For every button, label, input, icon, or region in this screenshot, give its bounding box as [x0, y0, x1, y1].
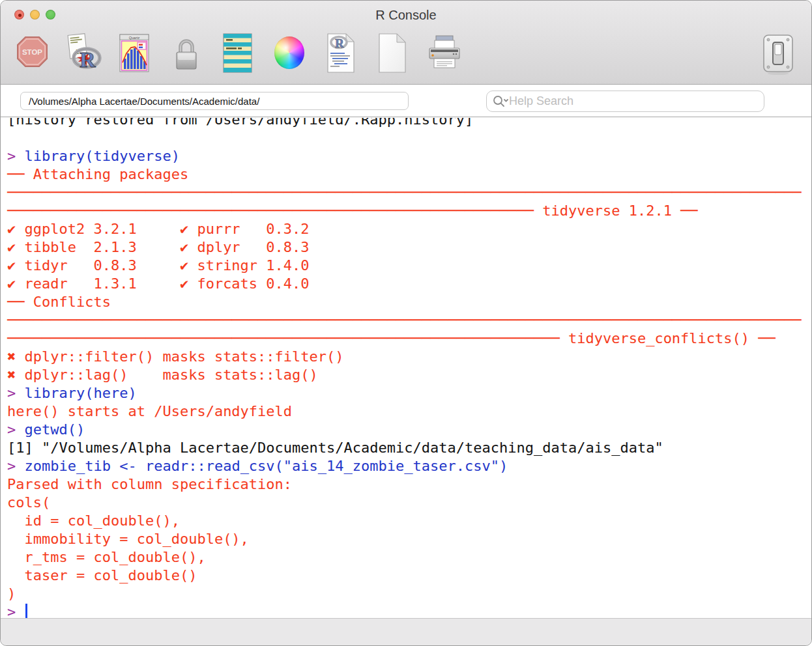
- console-text-segment: getwd(): [25, 421, 85, 438]
- console-text-segment: ✖ dplyr::filter() masks stats::filter(): [7, 348, 344, 365]
- text-cursor: [25, 604, 27, 619]
- window-header: R Console STOP .r: [1, 1, 811, 85]
- console-line: > library(tidyverse): [7, 147, 811, 165]
- console-line: [7, 129, 811, 147]
- console-text-segment: ────────────────────────────────────────…: [7, 330, 776, 346]
- console-line: r_tms = col_double(),: [7, 548, 811, 567]
- striped-document-icon: [222, 33, 254, 74]
- console-text-segment: r_tms = col_double(),: [7, 549, 206, 565]
- console-text-segment: Parsed with column specification:: [7, 476, 292, 492]
- console-line: id = col_double(),: [7, 512, 811, 530]
- console-line: >: [7, 603, 811, 619]
- console-text-segment: ────────────────────────────────────────…: [7, 312, 802, 328]
- console-line: ): [7, 585, 811, 603]
- console-line: taser = col_double(): [7, 567, 811, 585]
- colors-button[interactable]: [271, 33, 308, 77]
- quartz-plot-icon: Quartz: [119, 33, 151, 74]
- console-text-segment: [1] "/Volumes/Alpha Lacertae/Documents/A…: [7, 440, 663, 456]
- console-text-segment: immobility = col_double(),: [7, 531, 249, 547]
- console-text-segment: library(tidyverse): [25, 148, 180, 164]
- stop-icon: STOP: [14, 33, 50, 73]
- console-line: Parsed with column specification:: [7, 475, 811, 494]
- search-icon[interactable]: [492, 94, 509, 109]
- console-line: ✔ readr 1.3.1 ✔ forcats 0.4.0: [7, 275, 811, 293]
- console[interactable]: [history restored from /Users/andyfield/…: [1, 118, 811, 619]
- console-line: > zombie_tib <- readr::read_csv("ais_14_…: [7, 457, 811, 475]
- status-bar: [1, 618, 811, 645]
- window-title: R Console: [1, 8, 811, 23]
- r-source-document-icon: .r R: [65, 33, 102, 74]
- lock-icon: [170, 33, 203, 73]
- console-line: cols(: [7, 494, 811, 512]
- search-input[interactable]: [509, 94, 759, 108]
- console-line: here() starts at /Users/andyfield: [7, 402, 811, 421]
- r-document-button[interactable]: R: [323, 33, 359, 77]
- color-wheel-icon: [274, 36, 304, 69]
- stop-button[interactable]: STOP: [14, 33, 50, 77]
- chevron-down-icon: [504, 100, 508, 102]
- console-line: [history restored from /Users/andyfield/…: [7, 118, 811, 129]
- svg-text:R: R: [80, 48, 96, 72]
- quartz-window-button[interactable]: Quartz: [117, 33, 153, 77]
- console-text-segment: >: [7, 148, 25, 164]
- help-search-field[interactable]: [486, 91, 764, 112]
- new-document-icon: [377, 33, 408, 74]
- console-text-segment: ── Attaching packages: [7, 166, 188, 182]
- console-line: ✔ ggplot2 3.2.1 ✔ purrr 0.3.2: [7, 220, 811, 238]
- console-output: [history restored from /Users/andyfield/…: [1, 118, 811, 619]
- console-text-segment: ✔ ggplot2 3.2.1 ✔ purrr 0.3.2: [7, 221, 310, 237]
- console-toggle-icon: [762, 33, 794, 76]
- console-line: > library(here): [7, 384, 811, 402]
- console-line: ── Attaching packages: [7, 165, 811, 184]
- working-directory-field[interactable]: [20, 92, 409, 110]
- striped-document-button[interactable]: [220, 33, 256, 77]
- print-button[interactable]: [426, 33, 462, 77]
- console-text-segment: ✖ dplyr::lag() masks stats::lag(): [7, 367, 318, 383]
- console-line: ✖ dplyr::lag() masks stats::lag(): [7, 366, 811, 384]
- console-text-segment: >: [7, 421, 25, 438]
- console-text-segment: >: [7, 604, 25, 619]
- lock-button[interactable]: [168, 33, 205, 77]
- console-text-segment: ✔ readr 1.3.1 ✔ forcats 0.4.0: [7, 275, 310, 292]
- console-text-segment: ✔ tibble 2.1.3 ✔ dplyr 0.8.3: [7, 239, 310, 255]
- svg-text:R: R: [335, 36, 344, 50]
- console-toggle-button[interactable]: [762, 33, 794, 78]
- console-text-segment: ────────────────────────────────────────…: [7, 184, 802, 201]
- console-line: [1] "/Volumes/Alpha Lacertae/Documents/A…: [7, 439, 811, 457]
- r-document-icon: R: [325, 33, 356, 74]
- console-text-segment: [history restored from /Users/andyfield/…: [7, 118, 473, 128]
- console-line: ✔ tibble 2.1.3 ✔ dplyr 0.8.3: [7, 238, 811, 257]
- console-text-segment: ────────────────────────────────────────…: [7, 203, 698, 219]
- titlebar[interactable]: R Console: [1, 1, 811, 30]
- console-text-segment: library(here): [25, 385, 137, 401]
- console-line: ────────────────────────────────────────…: [7, 311, 811, 330]
- field-band: [1, 85, 811, 117]
- print-icon: [426, 33, 462, 74]
- console-text-segment: cols(: [7, 494, 50, 511]
- console-text-segment: ): [7, 585, 16, 602]
- console-line: immobility = col_double(),: [7, 530, 811, 548]
- console-line: ────────────────────────────────────────…: [7, 202, 811, 220]
- console-line: ── Conflicts: [7, 293, 811, 311]
- console-text-segment: here() starts at /Users/andyfield: [7, 403, 292, 419]
- console-text-segment: >: [7, 385, 25, 401]
- r-console-window: R Console STOP .r: [0, 0, 812, 646]
- console-line: ────────────────────────────────────────…: [7, 184, 811, 202]
- console-text-segment: taser = col_double(): [7, 567, 197, 583]
- svg-text:STOP: STOP: [22, 48, 42, 56]
- console-text-segment: >: [7, 458, 25, 474]
- new-document-button[interactable]: [374, 33, 411, 77]
- console-text-segment: ✔ tidyr 0.8.3 ✔ stringr 1.4.0: [7, 257, 310, 274]
- console-line: ✖ dplyr::filter() masks stats::filter(): [7, 348, 811, 366]
- console-line: ✔ tidyr 0.8.3 ✔ stringr 1.4.0: [7, 257, 811, 275]
- toolbar: STOP .r R: [14, 33, 462, 77]
- console-text-segment: id = col_double(),: [7, 513, 180, 529]
- console-text-segment: zombie_tib <- readr::read_csv("ais_14_zo…: [25, 458, 508, 474]
- console-line: ────────────────────────────────────────…: [7, 330, 811, 348]
- svg-text:Quartz: Quartz: [129, 36, 140, 40]
- source-document-button[interactable]: .r R: [65, 33, 102, 77]
- console-line: > getwd(): [7, 421, 811, 439]
- console-text-segment: ── Conflicts: [7, 294, 111, 310]
